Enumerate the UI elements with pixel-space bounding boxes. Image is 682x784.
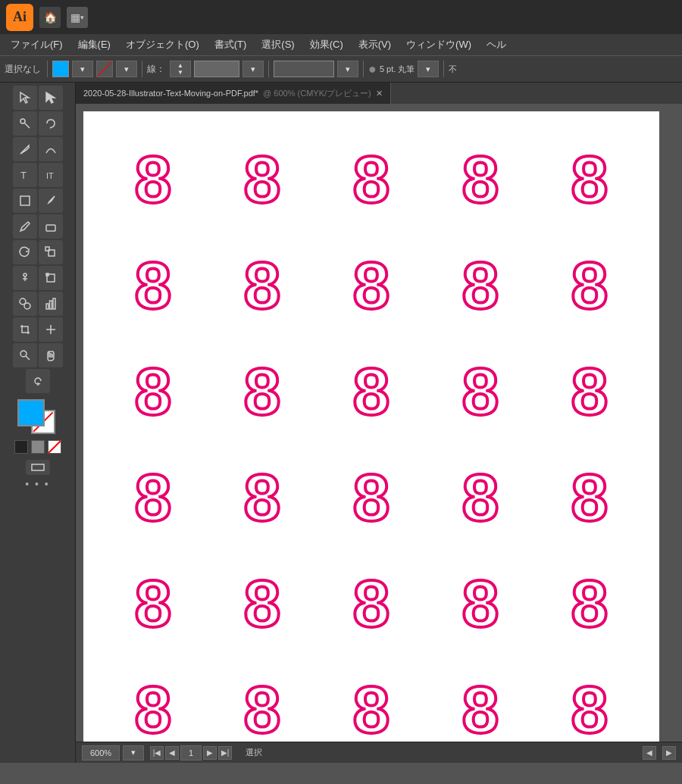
stroke-up-down[interactable]: ▲▼ [170, 61, 191, 77]
mesh-tool[interactable] [39, 317, 63, 342]
zoom-tool[interactable] [13, 343, 37, 367]
brush-size-label: 5 pt. 丸筆 [380, 64, 415, 75]
crop-tool[interactable] [13, 317, 37, 342]
chart-tool[interactable] [39, 292, 63, 316]
color-swatch-pair[interactable] [17, 399, 58, 437]
menu-type[interactable]: 書式(T) [207, 34, 255, 55]
type-tool[interactable]: T [13, 163, 37, 187]
zoom-input[interactable]: 600% [82, 745, 120, 761]
eight-cell: 8 [317, 339, 426, 445]
grayscale-mode-btn[interactable] [31, 440, 45, 454]
eight-cell: 8 [208, 551, 317, 657]
eight-char: 8 [135, 252, 172, 319]
eight-cell: 8 [208, 233, 317, 339]
hand-tool[interactable] [39, 343, 63, 367]
eight-cell: 8 [99, 551, 208, 657]
color-profile-input[interactable] [274, 61, 334, 77]
tool-row-12 [26, 369, 50, 393]
rotate-tool[interactable] [13, 240, 37, 264]
stroke-weight-input[interactable] [194, 61, 239, 77]
menu-view[interactable]: 表示(V) [351, 34, 399, 55]
free-transform-tool[interactable] [39, 266, 63, 290]
left-toolbar: T IT [0, 83, 76, 763]
svg-point-14 [24, 303, 30, 309]
shape-builder-tool[interactable] [13, 292, 37, 316]
zoom-dropdown[interactable]: ▾ [123, 745, 144, 761]
menu-edit[interactable]: 編集(E) [70, 34, 118, 55]
svg-point-8 [23, 273, 27, 276]
direct-select-tool[interactable] [39, 86, 63, 110]
eight-char: 8 [353, 358, 390, 425]
scale-tool[interactable] [39, 240, 63, 264]
magic-wand-tool[interactable] [13, 111, 37, 136]
stroke-none-indicator [97, 61, 113, 77]
eight-cell: 8 [99, 127, 208, 233]
page-nav: |◀ ◀ 1 ▶ ▶| [150, 745, 232, 761]
lasso-tool[interactable] [39, 111, 63, 136]
home-icon[interactable]: 🏠 [39, 7, 61, 28]
fill-color-dropdown[interactable]: ▾ [72, 61, 93, 77]
next-page-btn[interactable]: ▶ [203, 746, 217, 760]
first-page-btn[interactable]: |◀ [150, 746, 164, 760]
paintbrush-tool[interactable] [39, 189, 63, 213]
opacity-label: 不 [449, 64, 457, 75]
none-mode-btn[interactable] [48, 440, 61, 454]
stroke-color-swatch[interactable] [96, 61, 113, 77]
eight-char: 8 [353, 676, 390, 742]
ai-logo: Ai [6, 4, 33, 31]
select-tool[interactable] [13, 86, 37, 110]
eraser-tool[interactable] [39, 214, 63, 239]
rectangle-tool[interactable] [13, 189, 37, 213]
menu-window[interactable]: ウィンドウ(W) [399, 34, 479, 55]
tool-row-10 [13, 317, 63, 342]
tool-row-4: T IT [13, 163, 63, 187]
page-input[interactable]: 1 [180, 745, 202, 761]
menu-select[interactable]: 選択(S) [254, 34, 302, 55]
eight-cell: 8 [535, 445, 644, 551]
status-arrow-left[interactable]: ◀ [643, 746, 656, 760]
workspace-icon[interactable]: ▦ ▾ [67, 7, 88, 28]
fill-color-swatch[interactable] [52, 61, 69, 77]
eight-char: 8 [135, 570, 172, 637]
color-profile-dropdown[interactable]: ▾ [337, 61, 358, 77]
svg-line-21 [26, 356, 30, 360]
eight-char: 8 [244, 146, 281, 213]
more-tools-btn[interactable]: • • • [25, 478, 49, 490]
stroke-color-dropdown[interactable]: ▾ [116, 61, 137, 77]
fill-swatch[interactable] [17, 399, 45, 426]
toolbar-sep-3 [268, 61, 269, 77]
curvature-tool[interactable] [39, 137, 63, 161]
stroke-weight-dropdown[interactable]: ▾ [242, 61, 264, 77]
eight-char: 8 [571, 146, 608, 213]
eight-char: 8 [462, 464, 499, 531]
color-mode-btn[interactable] [14, 440, 28, 454]
toolbar-sep-2 [142, 61, 142, 77]
eight-char: 8 [571, 252, 608, 319]
document-tab[interactable]: 2020-05-28-Illustrator-Text-Moving-on-PD… [76, 83, 391, 104]
rotate-recent-tool[interactable] [26, 369, 50, 393]
last-page-btn[interactable]: ▶| [218, 746, 232, 760]
pen-tool[interactable] [13, 137, 37, 161]
tab-close-btn[interactable]: ✕ [376, 89, 383, 98]
puppet-warp-tool[interactable] [13, 266, 37, 290]
eight-char: 8 [353, 570, 390, 637]
touch-type-tool[interactable]: IT [39, 163, 63, 187]
eight-char: 8 [244, 252, 281, 319]
eight-char: 8 [353, 146, 390, 213]
eight-cell: 8 [426, 657, 535, 742]
pencil-tool[interactable] [13, 214, 37, 239]
menu-file[interactable]: ファイル(F) [3, 34, 70, 55]
menu-effect[interactable]: 効果(C) [302, 34, 351, 55]
screen-mode-btn[interactable] [26, 460, 50, 475]
toolbar: 選択なし ▾ ▾ 線： ▲▼ ▾ ▾ ● 5 pt. 丸筆 ▾ 不 [0, 55, 682, 83]
eight-char: 8 [135, 146, 172, 213]
status-arrow-right[interactable]: ▶ [662, 746, 676, 760]
prev-page-btn[interactable]: ◀ [165, 746, 179, 760]
eight-cell: 8 [426, 127, 535, 233]
svg-rect-17 [53, 298, 55, 309]
menu-object[interactable]: オブジェクト(O) [118, 34, 207, 55]
zoom-area: 600% ▾ [82, 745, 144, 761]
eight-cell: 8 [208, 339, 317, 445]
menu-help[interactable]: ヘル [479, 34, 514, 55]
brush-dropdown[interactable]: ▾ [418, 61, 439, 77]
